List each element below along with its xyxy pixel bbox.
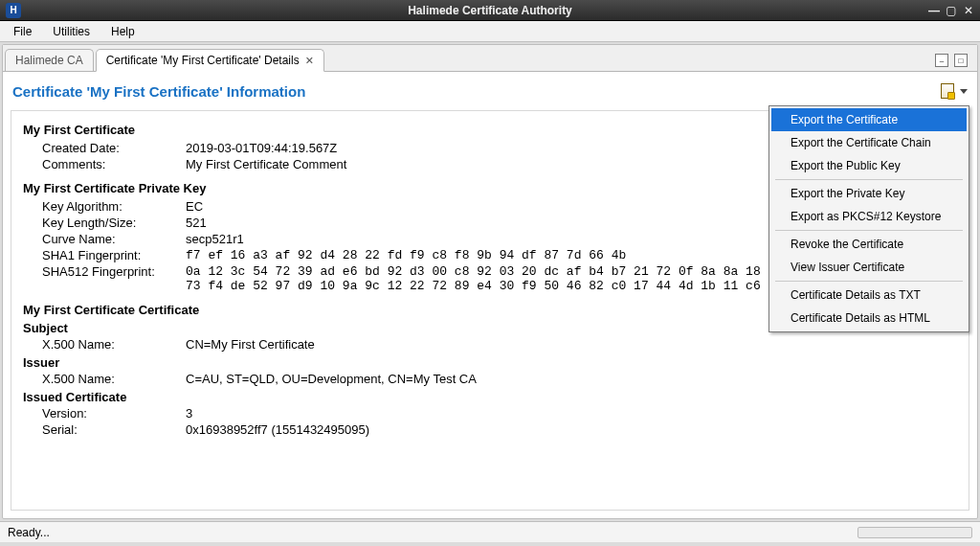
tab-bar: Halimede CA Certificate 'My First Certif…: [3, 45, 977, 72]
label-curve-name: Curve Name:: [42, 232, 186, 246]
tab-halimede-ca[interactable]: Halimede CA: [5, 49, 94, 71]
value-key-algorithm: EC: [186, 199, 203, 214]
subsection-issued-cert: Issued Certificate: [23, 390, 957, 404]
value-sha1-fingerprint: f7 ef 16 a3 af 92 d4 28 22 fd f9 c8 f8 9…: [186, 248, 626, 262]
label-sha1-fingerprint: SHA1 Fingerprint:: [42, 248, 186, 262]
actions-context-menu: Export the Certificate Export the Certif…: [768, 105, 969, 332]
cm-details-txt[interactable]: Certificate Details as TXT: [771, 284, 967, 307]
cm-export-certificate[interactable]: Export the Certificate: [771, 108, 967, 131]
actions-dropdown-caret-icon[interactable]: [960, 89, 968, 94]
cm-export-public-key[interactable]: Export the Public Key: [771, 154, 967, 177]
value-curve-name: secp521r1: [186, 232, 244, 246]
tab-label: Certificate 'My First Certificate' Detai…: [106, 54, 300, 67]
value-subject-x500: CN=My First Certificate: [186, 337, 315, 352]
window-title: Halimede Certificate Authority: [0, 4, 980, 17]
cm-separator: [775, 179, 963, 180]
cm-export-pkcs12[interactable]: Export as PKCS#12 Keystore: [771, 205, 967, 228]
menubar: File Utilities Help: [0, 21, 980, 42]
maximize-icon[interactable]: ▢: [946, 4, 957, 17]
value-serial: 0x16938952ff7 (1551432495095): [186, 422, 369, 437]
status-bar: Ready...: [0, 521, 980, 542]
cm-separator: [775, 230, 963, 231]
label-serial: Serial:: [42, 422, 186, 437]
page-actions: Export the Certificate Export the Certif…: [937, 81, 968, 101]
value-issuer-x500: C=AU, ST=QLD, OU=Development, CN=My Test…: [186, 372, 477, 386]
cm-export-private-key[interactable]: Export the Private Key: [771, 182, 967, 205]
value-created-date: 2019-03-01T09:44:19.567Z: [186, 141, 337, 155]
label-sha512-fingerprint: SHA512 Fingerprint:: [42, 264, 186, 293]
label-key-algorithm: Key Algorithm:: [42, 199, 186, 214]
tab-label: Halimede CA: [15, 54, 83, 67]
label-key-length: Key Length/Size:: [42, 216, 186, 230]
cm-details-html[interactable]: Certificate Details as HTML: [771, 307, 967, 330]
maximize-view-icon[interactable]: □: [954, 54, 968, 67]
minimize-view-icon[interactable]: –: [935, 54, 948, 67]
label-issuer-x500: X.500 Name:: [42, 372, 186, 386]
tab-certificate-details[interactable]: Certificate 'My First Certificate' Detai…: [96, 49, 324, 72]
value-key-length: 521: [186, 216, 207, 230]
cm-separator: [775, 281, 963, 282]
menu-help[interactable]: Help: [101, 23, 145, 40]
window-titlebar: H Halimede Certificate Authority — ▢ ✕: [0, 0, 980, 21]
document-icon: [941, 83, 954, 99]
minimize-icon[interactable]: —: [928, 4, 940, 17]
progress-bar: [858, 527, 972, 538]
close-window-icon[interactable]: ✕: [963, 4, 974, 17]
label-version: Version:: [42, 406, 186, 421]
cm-view-issuer[interactable]: View Issuer Certificate: [771, 256, 967, 279]
cm-revoke-certificate[interactable]: Revoke the Certificate: [771, 233, 967, 256]
cm-export-chain[interactable]: Export the Certificate Chain: [771, 131, 967, 154]
value-sha512-fingerprint: 0a 12 3c 54 72 39 ad e6 bd 92 d3 00 c8 9…: [186, 264, 783, 293]
label-comments: Comments:: [42, 157, 186, 171]
close-tab-icon[interactable]: ✕: [305, 55, 314, 67]
value-version: 3: [186, 406, 192, 421]
value-comments: My First Certificate Comment: [186, 157, 346, 171]
menu-utilities[interactable]: Utilities: [43, 23, 100, 40]
page-title: Certificate 'My First Certificate' Infor…: [12, 83, 305, 100]
subsection-issuer: Issuer: [23, 355, 957, 370]
app-icon: H: [6, 3, 21, 18]
export-action-button[interactable]: [937, 81, 958, 101]
menu-file[interactable]: File: [4, 23, 41, 40]
status-text: Ready...: [8, 526, 50, 539]
label-created-date: Created Date:: [42, 141, 186, 155]
label-subject-x500: X.500 Name:: [42, 337, 186, 352]
